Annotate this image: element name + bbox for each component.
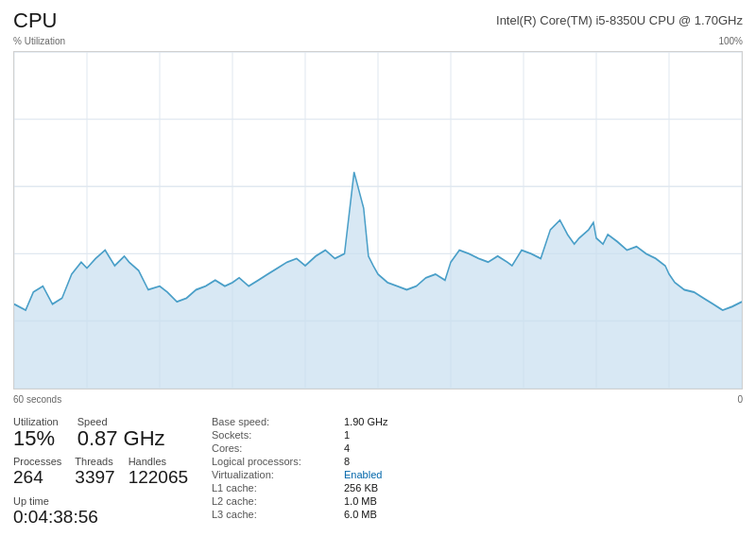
- sockets-label: Sockets:: [212, 429, 344, 441]
- y-max-label: 100%: [718, 36, 743, 46]
- l1-cache-label: L1 cache:: [212, 482, 344, 494]
- handles-group: Handles 122065: [129, 456, 188, 488]
- x-label-right: 0: [737, 394, 743, 405]
- speed-label: Speed: [77, 416, 165, 427]
- chart-svg: [14, 52, 742, 389]
- sockets-value: 1: [344, 429, 457, 441]
- handles-value: 122065: [129, 467, 188, 488]
- l3-cache-value: 6.0 MB: [344, 509, 457, 520]
- l1-cache-value: 256 KB: [344, 482, 457, 494]
- handles-label: Handles: [129, 456, 188, 467]
- uptime-label: Up time: [13, 495, 212, 507]
- processes-value: 264: [13, 467, 61, 488]
- x-label-left: 60 seconds: [13, 394, 61, 405]
- speed-value: 0.87 GHz: [77, 427, 165, 450]
- utilization-label: Utilization: [13, 416, 59, 427]
- logical-processors-label: Logical processors:: [212, 456, 344, 467]
- utilization-group: Utilization 15%: [13, 416, 59, 450]
- l2-cache-value: 1.0 MB: [344, 495, 457, 507]
- chart-wrapper: [13, 51, 743, 390]
- cores-label: Cores:: [212, 442, 344, 454]
- stats-right: Base speed: 1.90 GHz Sockets: 1 Cores: 4…: [212, 416, 743, 528]
- cpu-panel: CPU Intel(R) Core(TM) i5-8350U CPU @ 1.7…: [0, 0, 756, 537]
- utilization-value: 15%: [13, 427, 59, 450]
- l2-cache-label: L2 cache:: [212, 495, 344, 507]
- threads-label: Threads: [75, 456, 114, 467]
- logical-processors-value: 8: [344, 456, 457, 467]
- cpu-model: Intel(R) Core(TM) i5-8350U CPU @ 1.70GHz: [496, 9, 743, 27]
- cores-value: 4: [344, 442, 457, 454]
- l3-cache-label: L3 cache:: [212, 509, 344, 520]
- y-axis-label: % Utilization: [13, 36, 65, 46]
- speed-group: Speed 0.87 GHz: [77, 416, 165, 450]
- processes-group: Processes 264: [13, 456, 61, 488]
- processes-label: Processes: [13, 456, 61, 467]
- threads-value: 3397: [75, 467, 114, 488]
- cpu-title: CPU: [13, 9, 57, 32]
- virtualization-value: Enabled: [344, 469, 457, 480]
- virtualization-label: Virtualization:: [212, 469, 344, 480]
- base-speed-label: Base speed:: [212, 416, 344, 427]
- uptime-group: Up time 0:04:38:56: [13, 495, 212, 528]
- header-row: CPU Intel(R) Core(TM) i5-8350U CPU @ 1.7…: [13, 9, 743, 32]
- threads-group: Threads 3397: [75, 456, 114, 488]
- detail-table: Base speed: 1.90 GHz Sockets: 1 Cores: 4…: [212, 416, 743, 520]
- chart-area: % Utilization 100%: [13, 36, 743, 410]
- stats-area: Utilization 15% Speed 0.87 GHz Processes…: [13, 416, 743, 528]
- stats-left: Utilization 15% Speed 0.87 GHz Processes…: [13, 416, 212, 528]
- base-speed-value: 1.90 GHz: [344, 416, 457, 427]
- uptime-value: 0:04:38:56: [13, 507, 212, 528]
